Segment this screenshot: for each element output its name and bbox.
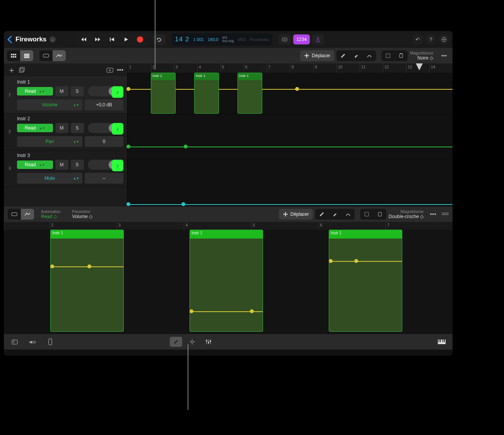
automation-point[interactable] bbox=[190, 309, 193, 313]
editor-region[interactable]: Instr 1 bbox=[190, 230, 263, 332]
grid-view-button[interactable] bbox=[7, 50, 20, 61]
remote-icon[interactable] bbox=[44, 337, 56, 347]
automation-view-button[interactable] bbox=[53, 50, 66, 61]
library-icon[interactable] bbox=[9, 337, 21, 347]
track-header-1[interactable]: 1 Instr 1 Read▲▼ M S ♪ Volume▲▼ +0,0 dB bbox=[4, 77, 127, 114]
solo-button[interactable]: S bbox=[71, 123, 84, 133]
automation-value[interactable]: 0 bbox=[85, 136, 123, 147]
help-button[interactable]: ? bbox=[425, 34, 436, 45]
arrange-area[interactable]: 1234567891011121314 Instr 1Instr 1Instr … bbox=[128, 63, 453, 206]
editor-brush-button[interactable] bbox=[328, 209, 342, 220]
import-button[interactable] bbox=[106, 67, 114, 73]
track-lane-3[interactable] bbox=[128, 159, 453, 206]
settings-button[interactable] bbox=[439, 34, 449, 45]
automation-param-select[interactable]: Mute▲▼ bbox=[17, 173, 82, 184]
track-name[interactable]: Instr 3 bbox=[17, 153, 123, 158]
metronome-button[interactable] bbox=[312, 34, 324, 44]
track-name[interactable]: Instr 1 bbox=[17, 79, 123, 85]
pencil-mode-button[interactable] bbox=[170, 337, 182, 347]
editor-ruler[interactable]: 234567 bbox=[4, 222, 453, 230]
keyboard-icon[interactable] bbox=[436, 337, 448, 347]
automation-value[interactable]: +0,0 dB bbox=[85, 99, 123, 110]
solo-button[interactable]: S bbox=[71, 160, 84, 170]
automation-point[interactable] bbox=[126, 145, 130, 148]
paste-button[interactable] bbox=[395, 50, 408, 61]
mute-button[interactable]: M bbox=[55, 160, 68, 170]
editor-more-button[interactable]: ••• bbox=[430, 211, 436, 218]
instrument-icon[interactable]: ♪ bbox=[112, 123, 123, 135]
editor-curve-button[interactable] bbox=[342, 209, 355, 220]
snap-setting[interactable]: Magnétisme Noire ◇ bbox=[410, 51, 433, 61]
track-header-3[interactable]: 3 Instr 3 Read▲▼ M S ♪ Mute▲▼ -- bbox=[4, 150, 127, 187]
solo-button[interactable]: S bbox=[71, 86, 84, 96]
midi-region[interactable]: Instr 1 bbox=[237, 73, 262, 114]
track-lane-1[interactable]: Instr 1Instr 1Instr 1 bbox=[128, 73, 453, 114]
automation-mode-button[interactable]: Read▲▼ bbox=[17, 160, 53, 169]
automation-point[interactable] bbox=[50, 264, 54, 268]
list-view-button[interactable] bbox=[20, 50, 33, 61]
count-in-button[interactable]: 1234 bbox=[293, 34, 310, 44]
song-menu-chevron-icon[interactable]: ⌄ bbox=[50, 36, 56, 43]
mute-button[interactable]: M bbox=[55, 86, 68, 96]
automation-line[interactable] bbox=[128, 89, 453, 90]
tuner-button[interactable] bbox=[278, 34, 291, 44]
automation-line[interactable] bbox=[128, 147, 453, 147]
undo-button[interactable]: ↶ bbox=[412, 34, 423, 45]
automation-line[interactable] bbox=[329, 261, 402, 262]
automation-point[interactable] bbox=[126, 202, 130, 206]
track-lane-2[interactable] bbox=[128, 114, 453, 159]
region-view-button[interactable] bbox=[39, 50, 53, 61]
editor-move-tool-button[interactable]: Déplacer bbox=[279, 209, 313, 220]
automation-point[interactable] bbox=[354, 259, 358, 263]
automation-mode-button[interactable]: Read▲▼ bbox=[17, 124, 53, 132]
automation-point[interactable] bbox=[181, 202, 185, 206]
go-to-start-button[interactable] bbox=[105, 34, 119, 45]
play-button[interactable] bbox=[119, 34, 133, 45]
automation-point[interactable] bbox=[87, 264, 91, 268]
track-name[interactable]: Instr 2 bbox=[17, 116, 123, 121]
arrange-more-button[interactable]: ••• bbox=[439, 50, 449, 61]
pencil-tool-button[interactable] bbox=[337, 50, 350, 61]
automation-point[interactable] bbox=[126, 87, 130, 91]
automation-point[interactable] bbox=[250, 309, 254, 313]
mixer-icon[interactable] bbox=[26, 337, 39, 347]
marquee-button[interactable] bbox=[381, 50, 395, 61]
song-title[interactable]: Fireworks bbox=[15, 36, 46, 43]
editor-pencil-button[interactable] bbox=[315, 209, 328, 220]
automation-line[interactable] bbox=[128, 204, 453, 205]
editor-param-setting[interactable]: Paramètre Volume ◇ bbox=[72, 210, 92, 219]
move-tool-button[interactable]: Déplacer bbox=[300, 50, 334, 61]
lcd-display[interactable]: 14 2 1 001 180,0 4/4 Sol maj MIDI Proces… bbox=[172, 33, 272, 46]
track-more-button[interactable]: ••• bbox=[117, 67, 123, 73]
curve-tool-button[interactable] bbox=[363, 50, 376, 61]
record-button[interactable] bbox=[133, 34, 147, 45]
editor-paste-button[interactable] bbox=[373, 209, 386, 220]
editor-region[interactable]: Instr 1 bbox=[50, 230, 124, 332]
rewind-button[interactable] bbox=[77, 34, 91, 45]
forward-button[interactable] bbox=[91, 34, 105, 45]
instrument-icon[interactable]: ♪ bbox=[112, 86, 123, 98]
automation-param-select[interactable]: Pan▲▼ bbox=[17, 136, 82, 147]
duplicate-track-button[interactable] bbox=[19, 67, 26, 73]
automation-value[interactable]: -- bbox=[85, 173, 123, 184]
editor-menu-icon[interactable] bbox=[442, 212, 449, 216]
add-track-button[interactable]: ＋ bbox=[8, 65, 15, 75]
brush-tool-button[interactable] bbox=[350, 50, 363, 61]
mute-button[interactable]: M bbox=[55, 123, 68, 133]
editor-area[interactable]: 234567 Instr 1Instr 1Instr 1 bbox=[4, 222, 453, 334]
automation-mode-button[interactable]: Read▲▼ bbox=[17, 87, 53, 96]
automation-param-select[interactable]: Volume▲▼ bbox=[17, 99, 82, 110]
editor-snap-setting[interactable]: Magnétisme Double-croche ◇ bbox=[389, 209, 424, 219]
instrument-icon[interactable]: ♪ bbox=[112, 160, 123, 171]
editor-marquee-button[interactable] bbox=[360, 209, 373, 220]
sliders-icon[interactable] bbox=[202, 337, 215, 347]
track-header-2[interactable]: 2 Instr 2 Read▲▼ M S ♪ Pan▲▼ 0 bbox=[4, 114, 127, 150]
midi-region[interactable]: Instr 1 bbox=[151, 73, 176, 114]
editor-automation-setting[interactable]: Automation Read ◇ bbox=[41, 210, 61, 219]
editor-region[interactable]: Instr 1 bbox=[329, 230, 402, 332]
automation-point[interactable] bbox=[329, 259, 333, 263]
bar-ruler[interactable]: 1234567891011121314 bbox=[128, 63, 453, 73]
editor-automation-view-button[interactable] bbox=[21, 209, 34, 220]
back-button[interactable] bbox=[7, 36, 12, 43]
automation-point[interactable] bbox=[184, 145, 188, 148]
